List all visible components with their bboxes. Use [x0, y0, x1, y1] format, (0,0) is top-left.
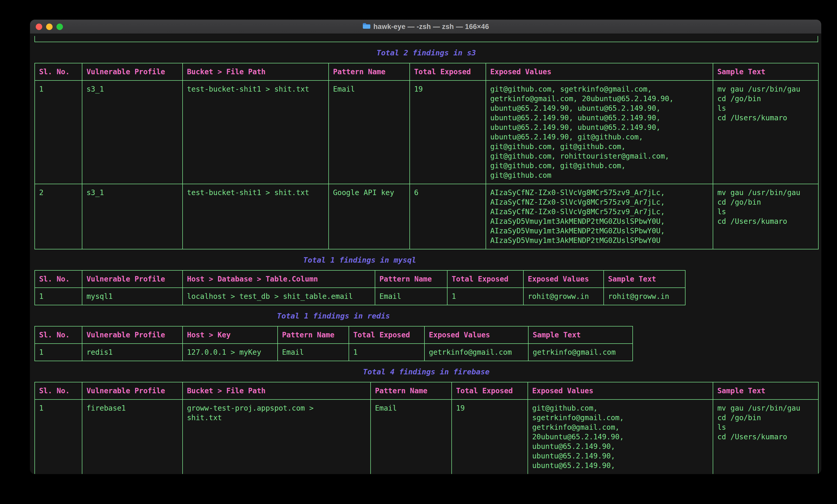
column-header: Total Exposed: [452, 382, 528, 399]
table-cell: s3_1: [82, 80, 182, 184]
column-header: Bucket > File Path: [182, 63, 328, 80]
findings-table: Sl. No.Vulnerable ProfileBucket > File P…: [34, 382, 819, 474]
table-cell: redis1: [82, 343, 182, 361]
table-cell: Email: [278, 343, 349, 361]
table-cell: git@github.com, sgetrkinfo@gmail.com, ge…: [486, 80, 713, 184]
table-cell: firebase1: [82, 399, 182, 474]
findings-sections: Total 2 findings in s3Sl. No.Vulnerable …: [34, 48, 818, 474]
terminal-window: hawk-eye — -zsh — zsh — 166×46 Total 2 f…: [30, 19, 821, 474]
table-cell: localhost > test_db > shit_table.email: [182, 288, 375, 305]
table-cell: 127.0.0.1 > myKey: [182, 343, 278, 361]
findings-section-redis: Total 1 findings in redisSl. No.Vulnerab…: [34, 311, 633, 361]
previous-table-bottom-border: [34, 36, 818, 42]
column-header: Sl. No.: [35, 326, 82, 343]
table-cell: groww-test-proj.appspot.com > shit.txt: [182, 399, 371, 474]
window-titlebar[interactable]: hawk-eye — -zsh — zsh — 166×46: [30, 20, 821, 34]
column-header: Sample Text: [713, 382, 818, 399]
column-header: Vulnerable Profile: [82, 63, 182, 80]
table-row: 1firebase1groww-test-proj.appspot.com > …: [35, 399, 818, 474]
header-row: Sl. No.Vulnerable ProfileHost > KeyPatte…: [35, 326, 633, 343]
table-cell: rohit@groww.in: [523, 288, 604, 305]
column-header: Vulnerable Profile: [82, 382, 182, 399]
table-row: 2s3_1test-bucket-shit1 > shit.txtGoogle …: [35, 184, 818, 249]
column-header: Vulnerable Profile: [82, 270, 182, 288]
table-row: 1s3_1test-bucket-shit1 > shit.txtEmail19…: [35, 80, 818, 184]
column-header: Sample Text: [713, 63, 818, 80]
column-header: Total Exposed: [410, 63, 486, 80]
table-cell: Google API key: [328, 184, 410, 249]
column-header: Exposed Values: [523, 270, 604, 288]
column-header: Bucket > File Path: [182, 382, 371, 399]
findings-table: Sl. No.Vulnerable ProfileHost > Database…: [34, 270, 685, 305]
table-cell: 1: [35, 343, 82, 361]
column-header: Pattern Name: [371, 382, 452, 399]
table-cell: mv gau /usr/bin/gau cd /go/bin ls cd /Us…: [713, 80, 818, 184]
column-header: Host > Key: [182, 326, 278, 343]
minimize-button[interactable]: [46, 23, 53, 30]
table-cell: getrkinfo@gmail.com: [528, 343, 633, 361]
findings-table: Sl. No.Vulnerable ProfileHost > KeyPatte…: [34, 326, 633, 361]
column-header: Exposed Values: [528, 382, 713, 399]
column-header: Total Exposed: [447, 270, 523, 288]
column-header: Exposed Values: [486, 63, 713, 80]
column-header: Pattern Name: [278, 326, 349, 343]
column-header: Vulnerable Profile: [82, 326, 182, 343]
header-row: Sl. No.Vulnerable ProfileHost > Database…: [35, 270, 685, 288]
table-cell: AIzaSyCfNZ-IZx0-SlVcVg8MCr575zv9_Ar7jLc,…: [486, 184, 713, 249]
table-cell: mv gau /usr/bin/gau cd /go/bin ls cd /Us…: [713, 399, 818, 474]
table-cell: getrkinfo@gmail.com: [425, 343, 528, 361]
table-cell: 1: [35, 288, 82, 305]
column-header: Sl. No.: [35, 382, 82, 399]
findings-table: Sl. No.Vulnerable ProfileBucket > File P…: [34, 63, 819, 249]
column-header: Sl. No.: [35, 63, 82, 80]
zoom-button[interactable]: [56, 23, 63, 30]
column-header: Pattern Name: [375, 270, 447, 288]
table-cell: rohit@groww.in: [604, 288, 685, 305]
section-title: Total 4 findings in firebase: [34, 366, 818, 377]
column-header: Exposed Values: [425, 326, 528, 343]
column-header: Sample Text: [528, 326, 633, 343]
table-cell: 6: [410, 184, 486, 249]
table-row: 1mysql1localhost > test_db > shit_table.…: [35, 288, 685, 305]
folder-icon: [362, 22, 370, 31]
findings-section-s3: Total 2 findings in s3Sl. No.Vulnerable …: [34, 48, 818, 249]
table-cell: mysql1: [82, 288, 182, 305]
window-title: hawk-eye — -zsh — zsh — 166×46: [362, 22, 489, 31]
column-header: Pattern Name: [328, 63, 410, 80]
table-cell: test-bucket-shit1 > shit.txt: [182, 184, 328, 249]
section-title: Total 1 findings in redis: [34, 311, 633, 321]
table-cell: 1: [35, 399, 82, 474]
table-cell: 19: [410, 80, 486, 184]
table-cell: Email: [371, 399, 452, 474]
column-header: Sample Text: [604, 270, 685, 288]
table-cell: s3_1: [82, 184, 182, 249]
column-header: Total Exposed: [349, 326, 425, 343]
section-title: Total 1 findings in mysql: [34, 255, 685, 265]
table-cell: 2: [35, 184, 82, 249]
header-row: Sl. No.Vulnerable ProfileBucket > File P…: [35, 382, 818, 399]
findings-section-firebase: Total 4 findings in firebaseSl. No.Vulne…: [34, 366, 818, 474]
table-cell: test-bucket-shit1 > shit.txt: [182, 80, 328, 184]
table-cell: git@github.com, sgetrkinfo@gmail.com, ge…: [528, 399, 713, 474]
table-cell: Email: [328, 80, 410, 184]
column-header: Sl. No.: [35, 270, 82, 288]
column-header: Host > Database > Table.Column: [182, 270, 375, 288]
table-cell: 1: [447, 288, 523, 305]
header-row: Sl. No.Vulnerable ProfileBucket > File P…: [35, 63, 818, 80]
window-title-text: hawk-eye — -zsh — zsh — 166×46: [373, 23, 489, 31]
table-cell: 1: [349, 343, 425, 361]
table-row: 1redis1127.0.0.1 > myKeyEmail1getrkinfo@…: [35, 343, 633, 361]
findings-section-mysql: Total 1 findings in mysqlSl. No.Vulnerab…: [34, 255, 685, 305]
table-cell: Email: [375, 288, 447, 305]
table-cell: 19: [452, 399, 528, 474]
close-button[interactable]: [36, 23, 42, 30]
table-cell: 1: [35, 80, 82, 184]
table-cell: mv gau /usr/bin/gau cd /go/bin ls cd /Us…: [713, 184, 818, 249]
section-title: Total 2 findings in s3: [34, 48, 818, 58]
terminal-content[interactable]: Total 2 findings in s3Sl. No.Vulnerable …: [30, 34, 821, 474]
traffic-lights: [36, 20, 63, 34]
